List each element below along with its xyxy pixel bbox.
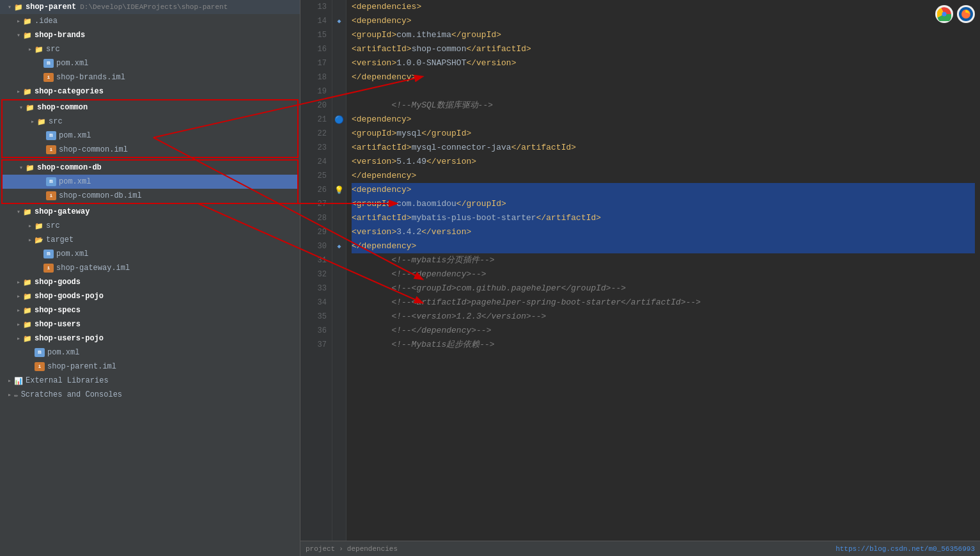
common-db-pom-label: pom.xml [59,177,91,186]
tree-parent-pom[interactable]: m pom.xml [0,346,300,360]
tree-gateway-iml[interactable]: i shop-gateway.iml [0,261,300,275]
tree-gateway-src[interactable]: 📁 src [0,219,300,233]
tree-common-db-iml[interactable]: i shop-common-db.iml [3,189,297,203]
goods-pojo-folder-icon: 📁 [23,292,32,301]
tree-brands-pom[interactable]: m pom.xml [0,56,300,70]
tree-shop-common-db[interactable]: 📁 shop-common-db [3,161,297,175]
parent-iml-label: shop-parent.iml [47,362,116,371]
code-line-34: <!--<artifactId>pagehelper-spring-boot-s… [352,296,975,310]
users-pojo-label: shop-users-pojo [35,334,104,343]
tree-shop-categories[interactable]: 📁 shop-categories [0,84,300,99]
users-pojo-arrow [14,335,23,342]
tree-parent-iml[interactable]: i shop-parent.iml [0,360,300,374]
gateway-src-icon: 📁 [35,222,43,230]
common-pom-label: pom.xml [59,131,91,140]
categories-folder-icon: 📁 [23,88,32,96]
tree-shop-users-pojo[interactable]: 📁 shop-users-pojo [0,331,300,346]
common-db-iml-icon: i [46,191,56,200]
tree-shop-goods-pojo[interactable]: 📁 shop-goods-pojo [0,289,300,303]
common-src-label: src [49,117,63,126]
code-line-27: <groupId>com.baomidou</groupId> [352,197,975,211]
status-breadcrumb: dependencies [347,545,398,553]
tree-root[interactable]: 📁 shop-parent D:\Develop\IDEAProjects\sh… [0,0,300,14]
brands-folder-icon: 📁 [23,31,32,40]
tree-scratches[interactable]: ✏️ Scratches and Consoles [0,388,300,402]
code-line-13: <dependencies> [352,0,975,14]
scratches-icon: ✏️ [14,391,19,399]
users-arrow [14,321,23,328]
gateway-label: shop-gateway [35,207,89,216]
common-arrow [17,104,26,111]
code-line-35: <!--<version>1.2.3</version>--> [352,310,975,324]
code-line-17: <version>1.0.0-SNAPSHOT</version> [352,56,975,70]
common-db-label: shop-common-db [37,163,102,172]
brands-iml-label: shop-brands.iml [56,73,125,82]
code-line-29: <version>3.4.2</version> [352,225,975,239]
firefox-icon[interactable] [957,5,975,23]
common-label: shop-common [37,103,88,112]
code-line-18: </dependency> [352,70,975,84]
brands-src-label: src [46,45,60,54]
specs-folder-icon: 📁 [23,306,32,315]
goods-pojo-arrow [14,292,23,300]
chrome-icon[interactable] [935,5,953,23]
common-src-icon: 📁 [37,118,46,126]
ext-libs-arrow [5,377,14,385]
code-line-19 [352,84,975,99]
tree-shop-brands[interactable]: 📁 shop-brands [0,28,300,42]
status-separator: › [339,545,343,553]
status-bar: project › dependencies https://blog.csdn… [300,541,980,556]
scratches-label: Scratches and Consoles [21,390,122,399]
brands-iml-icon: i [43,73,54,82]
specs-label: shop-specs [35,306,81,315]
code-line-14: <dependency> [352,14,975,28]
svg-point-2 [942,12,947,17]
tree-shop-users[interactable]: 📁 shop-users [0,317,300,331]
code-line-25: </dependency> [352,169,975,183]
users-pojo-folder-icon: 📁 [23,335,32,343]
tree-common-iml[interactable]: i shop-common.iml [3,143,297,157]
ext-libs-icon: 📊 [14,377,23,385]
tree-gateway-pom[interactable]: m pom.xml [0,247,300,261]
tree-brands-iml[interactable]: i shop-brands.iml [0,70,300,84]
gateway-folder-icon: 📁 [23,208,32,216]
editor: 1314151617181920212223242526272829303132… [300,0,980,556]
tree-common-db-pom[interactable]: m pom.xml [3,175,297,189]
tree-shop-common[interactable]: 📁 shop-common [3,100,297,115]
code-content[interactable]: <dependencies> <dependency> <groupId>com… [346,0,980,541]
browser-icons [935,5,975,23]
common-iml-icon: i [46,145,56,154]
root-label: shop-parent [26,3,76,12]
gateway-arrow [14,208,23,216]
idea-folder-icon: 📁 [23,17,32,26]
code-line-20: <!--MySQL数据库驱动--> [352,99,975,113]
goods-folder-icon: 📁 [23,278,32,287]
parent-pom-icon: m [35,348,45,357]
tree-shop-specs[interactable]: 📁 shop-specs [0,303,300,317]
tree-gateway-target[interactable]: 📂 target [0,233,300,247]
goods-arrow [14,278,23,286]
code-line-32: <!--<dependency>--> [352,267,975,282]
root-folder-icon: 📁 [14,3,23,12]
code-line-21: <dependency> [352,113,975,127]
tree-shop-gateway[interactable]: 📁 shop-gateway [0,205,300,219]
brands-arrow [14,31,23,39]
status-project: project [306,545,335,553]
tree-external-libs[interactable]: 📊 External Libraries [0,374,300,388]
common-db-arrow [17,164,26,171]
shop-common-db-redbox: 📁 shop-common-db m pom.xml i shop-common… [1,159,299,204]
tree-common-pom[interactable]: m pom.xml [3,129,297,143]
goods-label: shop-goods [35,278,81,287]
tree-idea[interactable]: 📁 .idea [0,14,300,28]
tree-shop-goods[interactable]: 📁 shop-goods [0,275,300,289]
common-folder-icon: 📁 [26,104,35,112]
gateway-pom-label: pom.xml [56,250,88,258]
tree-brands-src[interactable]: 📁 src [0,42,300,56]
parent-pom-label: pom.xml [47,348,79,357]
specs-arrow [14,306,23,314]
code-line-28: <artifactId>mybatis-plus-boot-starter</a… [352,211,975,225]
tree-common-src[interactable]: 📁 src [3,115,297,129]
brands-src-icon: 📁 [35,45,43,54]
code-line-23: <artifactId>mysql-connector-java</artifa… [352,141,975,155]
gateway-src-arrow [26,222,35,230]
